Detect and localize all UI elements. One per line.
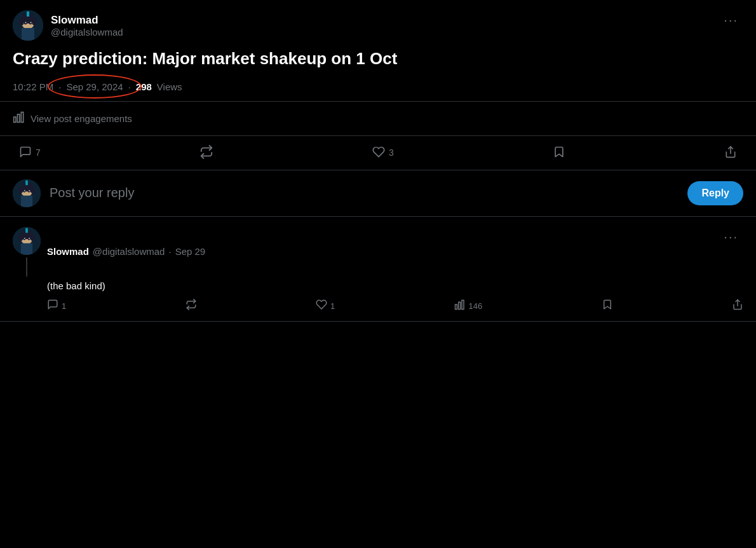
bookmark-icon (553, 146, 565, 160)
reply-username: @digitalslowmad (93, 246, 165, 257)
share-action[interactable] (718, 140, 743, 165)
svg-rect-20 (21, 195, 32, 207)
view-engagements-row[interactable]: View post engagements (0, 102, 756, 135)
reply-retweet-icon (186, 299, 197, 313)
svg-point-5 (32, 18, 37, 25)
engagements-label: View post engagements (30, 113, 132, 124)
like-count: 3 (389, 147, 394, 158)
reply-views-icon (454, 299, 466, 313)
like-icon (372, 146, 385, 160)
tweet-time: 10:22 PM (13, 81, 53, 92)
display-name[interactable]: Slowmad (51, 14, 123, 27)
svg-point-31 (29, 190, 30, 191)
reply-tweet-header: Slowmad @digitalslowmad · Sep 29 ··· (13, 227, 743, 277)
reply-like-icon (316, 299, 327, 313)
reply-actions: 1 1 (47, 299, 743, 313)
reply-user-info: Slowmad @digitalslowmad · Sep 29 (47, 246, 205, 257)
reply-date: Sep 29 (175, 246, 206, 257)
reply-retweet-action[interactable] (186, 299, 197, 313)
reply-tweet: Slowmad @digitalslowmad · Sep 29 ··· (th… (0, 217, 756, 322)
reply-action[interactable]: 7 (13, 140, 47, 165)
reply-user-avatar (13, 179, 41, 207)
svg-rect-46 (455, 305, 457, 310)
tweet-header: Slowmad @digitalslowmad ··· (13, 10, 743, 41)
username[interactable]: @digitalslowmad (51, 27, 123, 38)
dot-separator: · (58, 81, 61, 92)
engagements-bar-icon (13, 111, 25, 127)
main-tweet: Slowmad @digitalslowmad ··· Crazy predic… (0, 0, 756, 92)
user-info: Slowmad @digitalslowmad (51, 14, 123, 38)
svg-rect-2 (22, 28, 34, 41)
reply-header-text: Slowmad @digitalslowmad · Sep 29 (47, 246, 205, 257)
svg-point-4 (19, 18, 24, 25)
svg-point-13 (30, 22, 32, 24)
more-options-button[interactable]: ··· (719, 10, 743, 30)
reply-bookmark-action[interactable] (602, 299, 613, 313)
reply-share-action[interactable] (732, 299, 743, 313)
reply-tweet-avatar[interactable] (13, 227, 41, 255)
views-count: 298 (136, 81, 152, 92)
tweet-header-left: Slowmad @digitalslowmad (13, 10, 123, 41)
svg-rect-34 (21, 243, 32, 254)
tweet-content: Crazy prediction: Major market shakeup o… (13, 48, 743, 70)
thread-line (26, 257, 27, 277)
reply-display-name: Slowmad (47, 246, 89, 257)
svg-rect-16 (21, 112, 23, 122)
svg-rect-15 (18, 114, 20, 123)
retweet-action[interactable] (193, 140, 220, 166)
reply-views-count: 146 (469, 301, 483, 311)
reply-reply-action[interactable]: 1 (47, 299, 66, 313)
reply-button[interactable]: Reply (687, 181, 743, 205)
svg-rect-41 (25, 228, 28, 233)
tweet-meta: 10:22 PM · Sep 29, 2024 · 298 Views (13, 81, 743, 92)
reply-like-count: 1 (330, 301, 335, 311)
svg-point-22 (18, 186, 23, 193)
svg-rect-47 (458, 302, 460, 309)
svg-rect-9 (27, 11, 29, 17)
reply-views-action[interactable]: 146 (454, 299, 483, 313)
reply-input[interactable]: Post your reply (50, 186, 678, 200)
reply-tweet-header-left: Slowmad @digitalslowmad · Sep 29 (13, 227, 205, 277)
avatar[interactable] (13, 10, 43, 41)
views-label: Views (157, 81, 182, 92)
share-icon (724, 146, 737, 160)
reply-icon (19, 146, 32, 160)
tweet-actions: 7 3 (0, 136, 756, 170)
svg-point-23 (30, 186, 35, 193)
reply-avatar-wrap (13, 227, 41, 277)
retweet-icon (199, 145, 213, 161)
reply-more-options-button[interactable]: ··· (719, 227, 743, 247)
dot-separator-2: · (128, 81, 131, 92)
tweet-date: Sep 29, 2024 (66, 81, 123, 92)
svg-point-37 (30, 234, 35, 241)
reply-section: Post your reply Reply (0, 170, 756, 217)
svg-point-12 (25, 22, 27, 24)
svg-point-36 (18, 234, 23, 241)
svg-rect-27 (25, 181, 28, 185)
reply-dot: · (168, 246, 171, 257)
like-action[interactable]: 3 (366, 140, 400, 165)
svg-rect-48 (462, 300, 464, 309)
svg-point-30 (24, 190, 25, 191)
svg-point-44 (24, 238, 25, 239)
reply-reply-icon (47, 299, 58, 313)
reply-count: 7 (36, 147, 41, 158)
svg-rect-14 (14, 117, 16, 122)
reply-bookmark-icon (602, 299, 613, 313)
reply-share-icon (732, 299, 743, 313)
bookmark-action[interactable] (546, 140, 572, 165)
reply-content: (the bad kind) (47, 279, 743, 292)
reply-like-action[interactable]: 1 (316, 299, 335, 313)
reply-reply-count: 1 (62, 301, 66, 311)
svg-point-45 (29, 238, 30, 239)
